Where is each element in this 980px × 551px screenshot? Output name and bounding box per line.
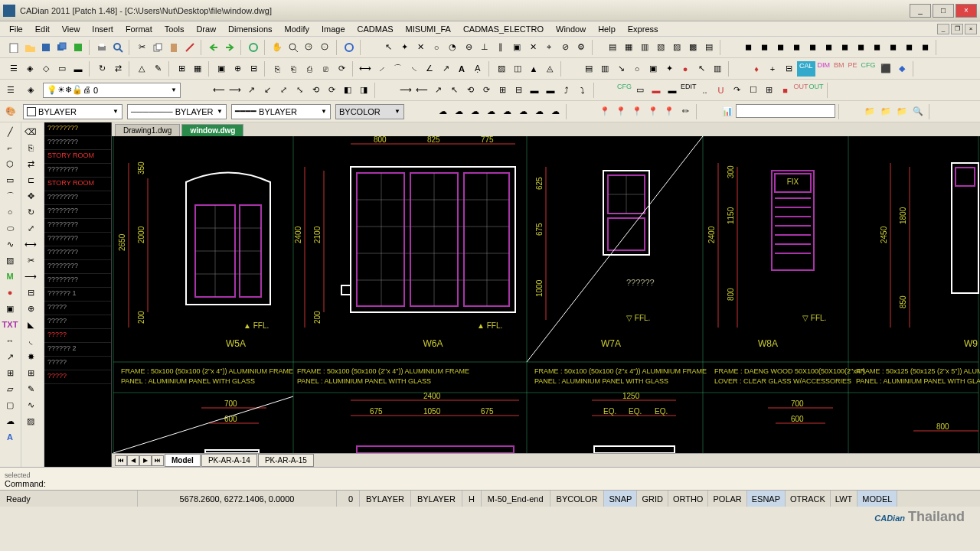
menu-modify[interactable]: Modify: [279, 23, 315, 35]
layer-item[interactable]: ????????: [44, 219, 111, 233]
layer-off-button[interactable]: ◇: [38, 61, 54, 77]
block-tool-4[interactable]: ▧: [653, 40, 668, 55]
pan-button[interactable]: ✋: [270, 40, 285, 55]
cloud-8[interactable]: ☁: [547, 104, 563, 119]
refresh-button[interactable]: [341, 40, 357, 55]
ext-tool-10[interactable]: ◼: [885, 40, 900, 55]
hatch-tool[interactable]: ▨: [2, 253, 18, 268]
zoom-out-button[interactable]: -: [318, 40, 333, 55]
offset-tool[interactable]: ⊏: [23, 172, 38, 187]
doc-tab-drawing1[interactable]: Drawing1.dwg: [115, 124, 180, 136]
menu-express[interactable]: Express: [622, 23, 665, 35]
mdi-close[interactable]: ×: [965, 24, 977, 34]
measure-area[interactable]: ✎: [150, 61, 165, 77]
xref-bind[interactable]: ⎚: [318, 61, 333, 77]
cloud-1[interactable]: ☁: [435, 104, 450, 119]
menu-format[interactable]: Format: [119, 23, 158, 35]
layer-props-button[interactable]: ☰: [3, 83, 18, 98]
osnap-none[interactable]: ⊘: [557, 40, 573, 55]
xref-reload[interactable]: ⟳: [334, 61, 349, 77]
lt-3[interactable]: ▬: [665, 83, 680, 98]
save-all-button[interactable]: [54, 40, 70, 55]
mod-8[interactable]: ⟳: [324, 83, 339, 98]
mdi-restore[interactable]: ❐: [951, 24, 963, 34]
osnap-node[interactable]: ✕: [525, 40, 541, 55]
export-button[interactable]: [70, 40, 86, 55]
minimize-button[interactable]: _: [910, 4, 931, 18]
menu-help[interactable]: Help: [592, 23, 622, 35]
array-button[interactable]: ⊞: [174, 61, 189, 77]
layer-manager-button[interactable]: ☰: [6, 61, 21, 77]
view-tool-1[interactable]: ▤: [581, 61, 596, 77]
folder-1[interactable]: 📁: [862, 104, 877, 119]
lt-8[interactable]: ⊞: [762, 83, 777, 98]
xref-button[interactable]: ⎘: [270, 61, 285, 77]
layer-item[interactable]: ????????: [44, 233, 111, 246]
layer-item[interactable]: ????????: [44, 136, 111, 150]
cal-label[interactable]: CAL: [797, 61, 815, 77]
ms-2[interactable]: ⟵: [414, 83, 430, 98]
ms-6[interactable]: ⟳: [479, 83, 494, 98]
ext-tool-12[interactable]: ◼: [917, 40, 933, 55]
osnap-perpendicular[interactable]: ⊥: [477, 40, 492, 55]
align-button[interactable]: ▦: [190, 61, 205, 77]
command-line[interactable]: selected Command:: [0, 467, 980, 490]
anno-tool-3[interactable]: ⊟: [781, 61, 796, 77]
layer-iso-button[interactable]: ◈: [22, 61, 38, 77]
ext-tool-4[interactable]: ◼: [789, 40, 804, 55]
mod-7[interactable]: ⟲: [308, 83, 323, 98]
marker-1[interactable]: 📍: [597, 104, 612, 119]
mod-10[interactable]: ◨: [356, 83, 371, 98]
dim-tool[interactable]: ↔: [2, 333, 18, 348]
menu-view[interactable]: View: [56, 23, 87, 35]
block-tool-1[interactable]: ▤: [605, 40, 620, 55]
new-button[interactable]: [6, 40, 21, 55]
dim-aligned[interactable]: ⟋: [374, 61, 389, 77]
layer-item[interactable]: ????????: [44, 260, 111, 274]
extend-tool[interactable]: ⟶: [23, 269, 38, 284]
ext-tool-6[interactable]: ◼: [821, 40, 836, 55]
mdi-minimize[interactable]: _: [937, 24, 949, 34]
mirror-tool[interactable]: ⇄: [23, 156, 38, 171]
layer-item[interactable]: ?????: [44, 302, 111, 315]
ms-10[interactable]: ▬: [543, 83, 558, 98]
cfg2-label[interactable]: CFG: [617, 83, 632, 98]
block-tool[interactable]: ▣: [2, 301, 18, 316]
osnap-nearest[interactable]: ⌖: [541, 40, 557, 55]
color-picker-button[interactable]: 🎨: [3, 104, 18, 119]
marker-5[interactable]: 📍: [662, 104, 677, 119]
osnap-tangent[interactable]: ⊖: [461, 40, 476, 55]
ext-tool-5[interactable]: ◼: [805, 40, 820, 55]
rect-tool[interactable]: ▭: [2, 172, 18, 187]
block-tool-5[interactable]: ▨: [669, 40, 684, 55]
hatch-button[interactable]: ▨: [494, 61, 509, 77]
edit-spl-tool[interactable]: ∿: [23, 397, 38, 412]
layout-first[interactable]: ⏮: [115, 455, 127, 466]
block-tool-3[interactable]: ▥: [637, 40, 652, 55]
osnap-center[interactable]: ○: [429, 40, 444, 55]
ms-4[interactable]: ↖: [446, 83, 462, 98]
status-toggle-lwt[interactable]: LWT: [831, 491, 858, 507]
cloud-6[interactable]: ☁: [515, 104, 531, 119]
select-sim-button[interactable]: ▭: [54, 61, 70, 77]
boundary-button[interactable]: ◬: [542, 61, 557, 77]
ext-tool-8[interactable]: ◼: [853, 40, 868, 55]
lt-7[interactable]: ☐: [746, 83, 761, 98]
block-tool-6[interactable]: ▩: [685, 40, 701, 55]
menu-dimensions[interactable]: Dimensions: [222, 23, 278, 35]
layer-item[interactable]: ????????: [44, 164, 111, 178]
leader-tool[interactable]: ↗: [2, 349, 18, 364]
region-tool[interactable]: ▱: [2, 381, 18, 396]
fillet-tool[interactable]: ◟: [23, 333, 38, 348]
ext-tool-1[interactable]: ◼: [740, 40, 756, 55]
layer-dropdown[interactable]: 💡☀❄🔓🖨 0▼: [43, 83, 181, 98]
osnap-insert[interactable]: ▣: [509, 40, 524, 55]
zoom-extents-button[interactable]: [286, 40, 301, 55]
copy-tool[interactable]: ⎘: [23, 140, 38, 155]
ms-7[interactable]: ⊞: [495, 83, 510, 98]
marker-4[interactable]: 📍: [645, 104, 661, 119]
layout-last[interactable]: ⏭: [152, 455, 164, 466]
block-edit[interactable]: ⊟: [246, 61, 261, 77]
trim-tool[interactable]: ✂: [23, 253, 38, 268]
osnap-endpoint[interactable]: ↖: [381, 40, 396, 55]
